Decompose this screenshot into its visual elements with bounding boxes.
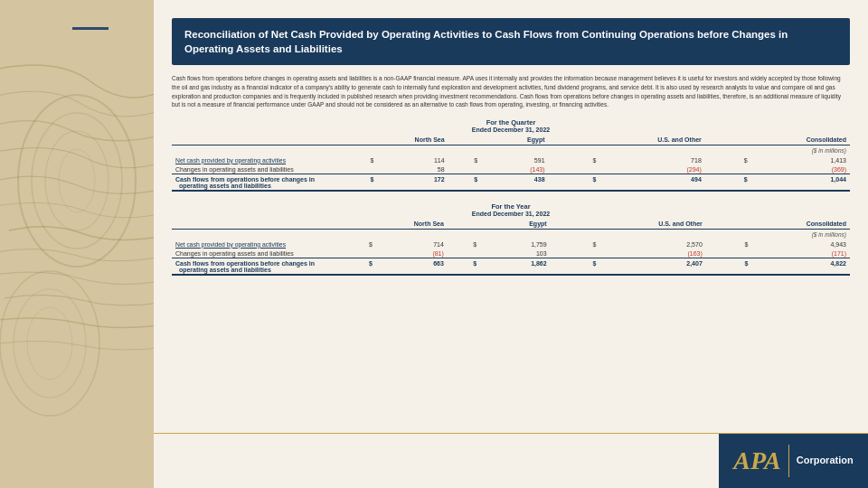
row2-eg-sign	[448, 164, 481, 174]
yrow3-co-sign: $	[706, 258, 752, 276]
row3-co: 1,044	[751, 174, 850, 192]
yrow1-ns-sign: $	[335, 239, 376, 249]
year-table: North Sea Egypt U.S. and Other Consolida…	[172, 219, 850, 276]
table-row: Net cash provided by operating activitie…	[172, 155, 850, 164]
wood-panel	[0, 0, 154, 488]
row1-label: Net cash provided by operating activitie…	[172, 155, 335, 164]
svg-point-2	[45, 131, 108, 230]
yrow2-eg-sign	[448, 249, 480, 258]
row1-co-sign: $	[705, 155, 751, 164]
yrow2-eg: 103	[480, 249, 551, 258]
yrow2-co: (171)	[751, 249, 850, 258]
ycurrency-unit: ($ in millions)	[335, 230, 850, 240]
ycurrency-label	[172, 230, 335, 240]
yrow1-us-sign: $	[551, 239, 600, 249]
year-label: For the Year	[172, 202, 850, 211]
yrow3-eg-sign: $	[448, 258, 480, 276]
yrow2-co-sign	[706, 249, 752, 258]
row2-co-sign	[705, 164, 751, 174]
row3-label: Cash flows from operations before change…	[172, 174, 335, 192]
row2-ns: 58	[377, 164, 448, 174]
yrow1-us: 2,570	[599, 239, 705, 249]
logo-divider	[788, 445, 789, 477]
top-accent-line	[72, 27, 108, 30]
table-row-total: Cash flows from operations before change…	[172, 174, 850, 192]
page-title: Reconciliation of Net Cash Provided by O…	[184, 27, 837, 56]
yrow1-label: Net cash provided by operating activitie…	[172, 239, 335, 249]
quarter-period: Ended December 31, 2022	[172, 127, 850, 133]
logo-inner: APA Corporation	[733, 445, 853, 477]
logo-corporation-text: Corporation	[797, 455, 854, 466]
currency-label-quarter	[172, 145, 335, 156]
yrow2-ns: (81)	[376, 249, 448, 258]
yrow2-us: (163)	[599, 249, 705, 258]
row2-co: (369)	[751, 164, 850, 174]
row2-us-sign	[549, 164, 600, 174]
col-north-sea: North Sea	[335, 135, 448, 145]
row1-co: 1,413	[751, 155, 850, 164]
year-header: For the Year Ended December 31, 2022	[172, 202, 850, 217]
yrow3-ns: 663	[376, 258, 448, 276]
table-row-total: Cash flows from operations before change…	[172, 258, 850, 276]
yrow1-eg-sign: $	[448, 239, 480, 249]
row3-eg-sign: $	[448, 174, 481, 192]
row1-us-sign: $	[549, 155, 600, 164]
ycol-consolidated: Consolidated	[706, 219, 850, 230]
yrow3-co: 4,822	[751, 258, 850, 276]
row1-eg: 591	[481, 155, 548, 164]
row1-us: 718	[599, 155, 704, 164]
row1-ns-sign: $	[335, 155, 377, 164]
row2-us: (294)	[599, 164, 704, 174]
row3-co-sign: $	[705, 174, 751, 192]
quarter-header: For the Quarter Ended December 31, 2022	[172, 118, 850, 133]
ycol-egypt: Egypt	[448, 219, 551, 230]
row2-eg: (143)	[481, 164, 548, 174]
yrow3-us: 2,407	[599, 258, 705, 276]
col-egypt: Egypt	[448, 135, 549, 145]
ycol-us-other: U.S. and Other	[551, 219, 706, 230]
svg-point-6	[27, 307, 72, 380]
row3-ns-sign: $	[335, 174, 377, 192]
quarter-table-section: For the Quarter Ended December 31, 2022 …	[172, 118, 850, 192]
row2-ns-sign	[335, 164, 377, 174]
logo-box: APA Corporation	[719, 434, 868, 488]
currency-unit-quarter: ($ in millions)	[335, 145, 850, 156]
year-table-section: For the Year Ended December 31, 2022 Nor…	[172, 202, 850, 276]
yrow1-co-sign: $	[706, 239, 752, 249]
yrow3-eg: 1,862	[480, 258, 551, 276]
table-row: Net cash provided by operating activitie…	[172, 239, 850, 249]
row3-eg: 438	[481, 174, 548, 192]
row3-us-sign: $	[549, 174, 600, 192]
yrow2-label: Changes in operating assets and liabilit…	[172, 249, 335, 258]
col-us-other: U.S. and Other	[549, 135, 705, 145]
yrow1-co: 4,943	[751, 239, 850, 249]
quarter-label: For the Quarter	[172, 118, 850, 127]
row3-ns: 172	[377, 174, 448, 192]
yrow2-us-sign	[551, 249, 600, 258]
ycol-north-sea: North Sea	[335, 219, 448, 230]
yrow3-label: Cash flows from operations before change…	[172, 258, 335, 276]
row3-us: 494	[599, 174, 704, 192]
quarter-table: North Sea Egypt U.S. and Other Consolida…	[172, 135, 850, 192]
ycol-header-empty	[172, 219, 335, 230]
table-row: Changes in operating assets and liabilit…	[172, 249, 850, 258]
svg-point-4	[0, 271, 99, 416]
yrow1-eg: 1,759	[480, 239, 551, 249]
main-content: Reconciliation of Net Cash Provided by O…	[154, 0, 868, 488]
col-header-empty	[172, 135, 335, 145]
yrow2-ns-sign	[335, 249, 376, 258]
row1-eg-sign: $	[448, 155, 481, 164]
description-text: Cash flows from operations before change…	[172, 74, 850, 109]
yrow3-us-sign: $	[551, 258, 600, 276]
svg-point-0	[18, 95, 136, 267]
svg-point-5	[14, 289, 86, 398]
col-consolidated: Consolidated	[705, 135, 850, 145]
year-period: Ended December 31, 2022	[172, 211, 850, 217]
table-row: Changes in operating assets and liabilit…	[172, 164, 850, 174]
row2-label: Changes in operating assets and liabilit…	[172, 164, 335, 174]
row1-ns: 114	[377, 155, 448, 164]
logo-apa-text: APA	[733, 448, 780, 474]
header-box: Reconciliation of Net Cash Provided by O…	[172, 18, 850, 65]
yrow3-ns-sign: $	[335, 258, 376, 276]
yrow1-ns: 714	[376, 239, 448, 249]
